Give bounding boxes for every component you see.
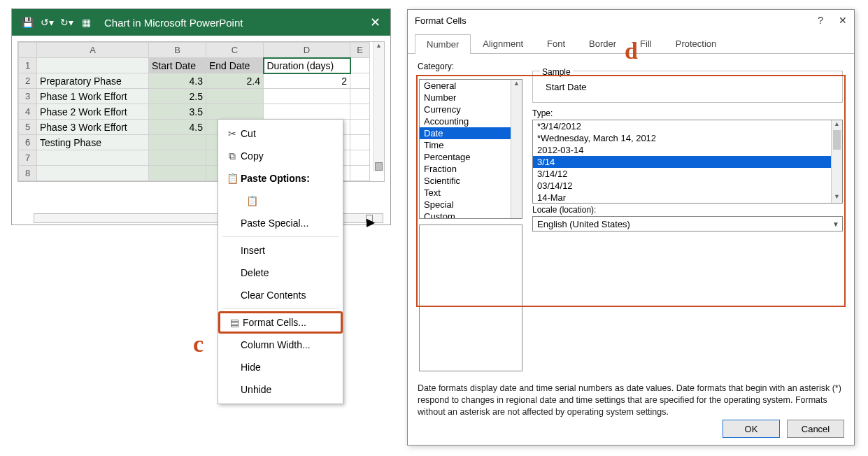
cell[interactable]: Preparatory Phase xyxy=(37,73,149,89)
row-header[interactable]: 7 xyxy=(19,150,37,166)
select-all-corner[interactable] xyxy=(19,43,37,58)
cell[interactable] xyxy=(350,166,370,181)
list-item[interactable]: Percentage xyxy=(420,151,522,163)
list-item[interactable]: Date xyxy=(420,127,522,139)
cell[interactable] xyxy=(149,150,206,166)
scrollbar[interactable]: ▲ xyxy=(511,80,522,218)
type-list[interactable]: *3/14/2012 *Wednesday, March 14, 2012 20… xyxy=(532,120,843,204)
cell[interactable] xyxy=(149,135,206,150)
list-item[interactable]: Fraction xyxy=(420,163,522,175)
column-header[interactable]: D xyxy=(264,43,350,58)
column-header[interactable]: E xyxy=(350,43,370,58)
menu-insert[interactable]: Insert xyxy=(218,239,343,262)
cell[interactable] xyxy=(149,166,206,181)
cell[interactable]: 2 xyxy=(264,73,350,89)
menu-label: Delete xyxy=(241,267,269,278)
cell[interactable] xyxy=(264,89,350,104)
cell[interactable] xyxy=(350,73,370,89)
excel-titlebar: 💾 ↺▾ ↻▾ ▦ Chart in Microsoft PowerPoint … xyxy=(12,9,390,36)
menu-format-cells[interactable]: ▤Format Cells... xyxy=(218,311,343,334)
cell[interactable] xyxy=(350,58,370,73)
cancel-button[interactable]: Cancel xyxy=(787,420,844,438)
cell[interactable]: End Date xyxy=(206,58,264,73)
cell[interactable]: 2.4 xyxy=(206,73,264,89)
cell[interactable]: 4.3 xyxy=(149,73,206,89)
row-header[interactable]: 1 xyxy=(19,58,37,73)
list-item[interactable]: 03/14/12 xyxy=(533,180,842,192)
row-header[interactable]: 4 xyxy=(19,104,37,120)
cell[interactable] xyxy=(37,166,149,181)
menu-cut[interactable]: ✂Cut xyxy=(218,122,343,145)
cell[interactable] xyxy=(264,104,350,120)
list-item[interactable]: Custom xyxy=(420,211,522,219)
row-header[interactable]: 3 xyxy=(19,89,37,104)
cell[interactable]: 3.5 xyxy=(149,104,206,120)
list-item[interactable]: *Wednesday, March 14, 2012 xyxy=(533,132,842,144)
row-header[interactable]: 8 xyxy=(19,166,37,181)
cell[interactable] xyxy=(350,120,370,135)
close-icon[interactable]: ✕ xyxy=(366,15,385,30)
table-icon[interactable]: ▦ xyxy=(79,17,93,28)
menu-paste[interactable]: 📋 xyxy=(218,190,343,212)
column-header[interactable]: B xyxy=(149,43,206,58)
list-item[interactable]: 3/14/12 xyxy=(533,168,842,180)
cell[interactable]: Start Date xyxy=(149,58,206,73)
tab-number[interactable]: Number xyxy=(415,34,471,54)
cell[interactable]: Phase 2 Work Effort xyxy=(37,104,149,120)
column-header[interactable]: C xyxy=(206,43,264,58)
tab-alignment[interactable]: Alignment xyxy=(471,34,535,53)
cell[interactable] xyxy=(206,104,264,120)
list-item[interactable]: 14-Mar xyxy=(533,192,842,204)
scrollbar[interactable]: ▲▼ xyxy=(831,120,842,203)
list-item[interactable]: Time xyxy=(420,139,522,151)
cell[interactable]: Duration (days) xyxy=(264,58,350,73)
category-list[interactable]: General Number Currency Accounting Date … xyxy=(419,79,522,219)
cell[interactable]: Phase 3 Work Effort xyxy=(37,120,149,135)
tab-font[interactable]: Font xyxy=(535,34,577,53)
list-item[interactable]: Scientific xyxy=(420,175,522,187)
menu-unhide[interactable]: Unhide xyxy=(218,378,343,401)
list-item[interactable]: *3/14/2012 xyxy=(533,120,842,132)
ok-button[interactable]: OK xyxy=(723,420,780,438)
redo-icon[interactable]: ↻▾ xyxy=(59,17,73,28)
locale-select[interactable]: English (United States) ▼ xyxy=(532,216,843,231)
list-item[interactable]: Accounting xyxy=(420,115,522,127)
tab-protection[interactable]: Protection xyxy=(664,34,729,53)
callout-c: c xyxy=(193,331,204,357)
menu-copy[interactable]: ⧉Copy xyxy=(218,145,343,167)
close-icon[interactable]: ✕ xyxy=(839,15,847,26)
vertical-scrollbar[interactable]: ▲ xyxy=(373,42,384,171)
cell[interactable] xyxy=(350,104,370,120)
list-item[interactable]: General xyxy=(420,80,522,92)
row-header[interactable]: 6 xyxy=(19,135,37,150)
menu-column-width[interactable]: Column Width... xyxy=(218,334,343,356)
cell[interactable]: 4.5 xyxy=(149,120,206,135)
cell[interactable]: Phase 1 Work Effort xyxy=(37,89,149,104)
menu-hide[interactable]: Hide xyxy=(218,356,343,378)
cell[interactable] xyxy=(350,150,370,166)
menu-paste-special[interactable]: Paste Special... xyxy=(218,212,343,234)
list-item[interactable]: Number xyxy=(420,92,522,104)
list-item[interactable]: 3/14 xyxy=(533,156,842,168)
cell[interactable] xyxy=(350,135,370,150)
row-header[interactable]: 5 xyxy=(19,120,37,135)
list-item[interactable]: 2012-03-14 xyxy=(533,144,842,156)
list-item[interactable]: Special xyxy=(420,199,522,211)
cell[interactable] xyxy=(37,58,149,73)
cell[interactable] xyxy=(206,89,264,104)
row-header[interactable]: 2 xyxy=(19,73,37,89)
menu-delete[interactable]: Delete xyxy=(218,262,343,284)
cell[interactable]: Testing Phase xyxy=(37,135,149,150)
undo-icon[interactable]: ↺▾ xyxy=(40,17,54,28)
list-item[interactable]: Currency xyxy=(420,104,522,115)
cell[interactable]: 2.5 xyxy=(149,89,206,104)
tab-border[interactable]: Border xyxy=(577,34,628,53)
cell[interactable] xyxy=(350,89,370,104)
column-header[interactable]: A xyxy=(37,43,149,58)
help-icon[interactable]: ? xyxy=(818,15,823,26)
menu-clear-contents[interactable]: Clear Contents xyxy=(218,284,343,306)
menu-label: Cut xyxy=(241,128,256,139)
cell[interactable] xyxy=(37,150,149,166)
list-item[interactable]: Text xyxy=(420,187,522,199)
save-icon[interactable]: 💾 xyxy=(20,17,34,28)
